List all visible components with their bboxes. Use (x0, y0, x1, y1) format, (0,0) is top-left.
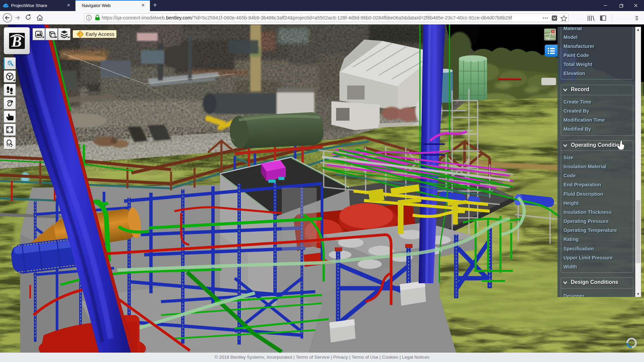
svg-text:Malvern: Malvern (546, 37, 555, 40)
svg-text:202: 202 (552, 30, 556, 33)
